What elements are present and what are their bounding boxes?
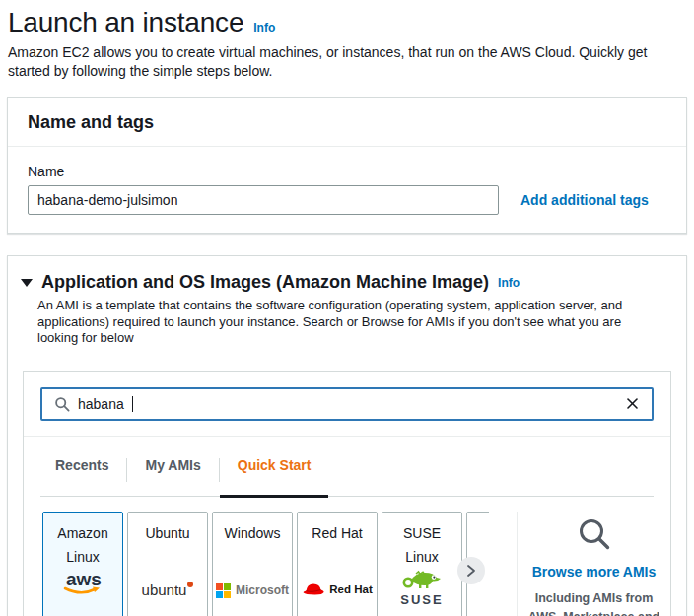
redhat-hat-icon <box>302 581 325 598</box>
browse-more-amis-block: Browse more AMIs Including AMIs from AWS… <box>518 512 670 616</box>
ubuntu-circle-mark <box>187 582 193 587</box>
ami-card-title: SUSE Linux <box>385 521 458 569</box>
search-query-text: habana <box>78 396 124 412</box>
aws-logo: aws <box>59 569 106 598</box>
add-additional-tags-link[interactable]: Add additional tags <box>520 192 649 208</box>
ami-card-title: Windows <box>225 521 281 545</box>
ami-card-windows[interactable]: Windows Microsoft <box>212 512 293 616</box>
ami-search-input[interactable]: habana <box>40 387 654 421</box>
text-cursor <box>132 396 133 412</box>
name-input[interactable] <box>28 185 499 215</box>
ami-card-title: Ubuntu <box>145 521 189 545</box>
ami-source-tabs: Recents My AMIs Quick Start <box>40 437 654 497</box>
ami-card-ubuntu[interactable]: Ubuntu ubuntu <box>127 512 208 616</box>
name-field-label: Name <box>28 164 666 179</box>
name-and-tags-body: Name Add additional tags <box>8 147 686 233</box>
ami-section: Application and OS Images (Amazon Machin… <box>7 255 687 616</box>
ami-card-title: Red Hat <box>312 521 362 545</box>
page-title: Launch an instance <box>8 7 243 38</box>
redhat-logo-text: Red Hat <box>329 583 372 595</box>
ami-card-amazon-linux[interactable]: Amazon Linux aws <box>42 512 123 616</box>
name-and-tags-section: Name and tags Name Add additional tags <box>7 97 687 234</box>
ami-section-description: An AMI is a template that contains the s… <box>37 298 659 347</box>
page-info-link[interactable]: Info <box>253 21 275 34</box>
microsoft-logo: Microsoft <box>216 583 289 598</box>
suse-logo: SUSE <box>400 569 443 607</box>
microsoft-squares-icon <box>216 583 231 598</box>
tab-quick-start[interactable]: Quick Start <box>220 437 329 496</box>
suse-logo-text: SUSE <box>400 592 443 607</box>
ami-card-suse-linux[interactable]: SUSE Linux SUSE <box>382 512 462 616</box>
suse-chameleon-icon <box>401 569 443 590</box>
clear-search-icon[interactable] <box>625 396 640 411</box>
search-icon <box>54 396 70 412</box>
chevron-right-icon <box>464 564 478 578</box>
ami-card-red-hat[interactable]: Red Hat Red Hat <box>297 512 378 616</box>
collapse-caret-icon[interactable] <box>21 279 33 287</box>
ami-section-header: Application and OS Images (Amazon Machin… <box>8 256 686 293</box>
ami-section-title: Application and OS Images (Amazon Machin… <box>41 272 489 293</box>
ubuntu-logo: ubuntu <box>142 582 194 598</box>
name-and-tags-header: Name and tags <box>8 98 686 147</box>
ami-card-title: Amazon Linux <box>46 521 119 569</box>
name-and-tags-title: Name and tags <box>28 112 666 133</box>
ami-info-link[interactable]: Info <box>498 276 520 290</box>
redhat-logo: Red Hat <box>302 581 372 598</box>
aws-logo-text: aws <box>66 569 102 589</box>
microsoft-logo-text: Microsoft <box>236 583 289 597</box>
browse-search-icon <box>575 515 614 555</box>
title-row: Launch an instance Info <box>8 7 686 38</box>
ami-cards-strip: Amazon Linux aws Ubuntu ubuntu <box>42 512 489 616</box>
tab-recents[interactable]: Recents <box>40 437 126 496</box>
scroll-right-button[interactable] <box>457 557 485 584</box>
tab-my-amis[interactable]: My AMIs <box>127 437 218 496</box>
page-header: Launch an instance Info Amazon EC2 allow… <box>0 0 694 80</box>
ami-panel: habana Recents My AMIs Quick Start Amazo <box>23 371 671 616</box>
ubuntu-logo-text: ubuntu <box>142 582 187 598</box>
ami-cards-row: Amazon Linux aws Ubuntu ubuntu <box>24 497 670 616</box>
page-description: Amazon EC2 allows you to create virtual … <box>8 43 659 80</box>
browse-more-amis-link[interactable]: Browse more AMIs <box>532 564 657 580</box>
browse-more-amis-note: Including AMIs from AWS, Marketplace and… <box>522 589 666 616</box>
